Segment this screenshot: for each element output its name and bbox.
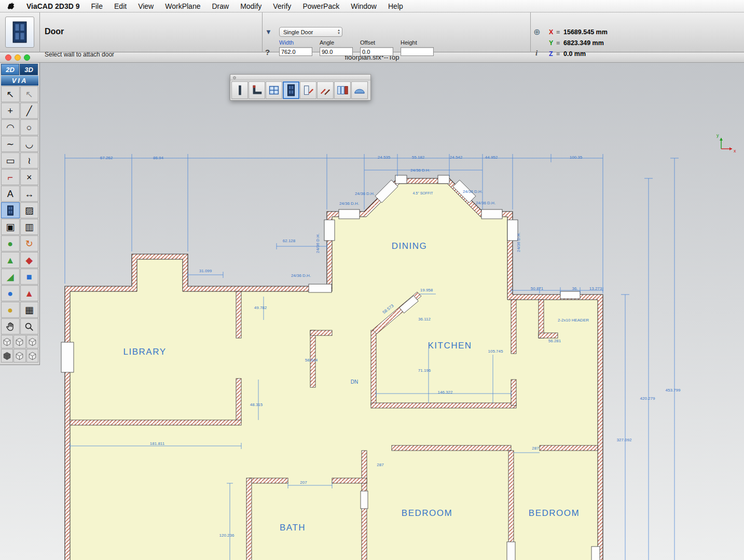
toolbar-grip[interactable] <box>230 75 370 80</box>
menu-verify[interactable]: Verify <box>273 2 291 10</box>
select-alt-tool-icon: ↖ <box>25 90 33 99</box>
menu-powerpack[interactable]: PowerPack <box>302 2 339 10</box>
trim-tool-icon: ⌐ <box>7 173 13 182</box>
panel-collapse-arrow[interactable]: ▼ <box>265 28 272 36</box>
iso-view-4[interactable] <box>1 349 13 362</box>
roof-tool[interactable] <box>351 81 368 99</box>
axis-indicator: y x <box>717 133 736 153</box>
wall-opening-tool[interactable] <box>300 81 316 99</box>
rectangle-tool[interactable]: ▭ <box>1 152 20 169</box>
axis-y-label: y <box>717 133 719 138</box>
pattern-grid-tool[interactable]: ▦ <box>20 302 39 318</box>
point-tool[interactable]: + <box>1 103 20 119</box>
angle-input[interactable] <box>320 47 353 56</box>
width-input[interactable] <box>279 47 312 56</box>
move-wall-tool[interactable] <box>317 81 334 99</box>
width-label: Width <box>279 39 312 46</box>
layout-tool[interactable]: ▥ <box>20 219 39 235</box>
menu-view[interactable]: View <box>138 2 154 10</box>
revolve-tool[interactable]: ↻ <box>20 235 39 251</box>
select-tool-icon: ↖ <box>6 90 14 99</box>
height-input[interactable] <box>401 47 434 56</box>
closed-spline-tool-icon: ◡ <box>25 139 33 149</box>
param-fields: Width Angle Offset Height <box>279 39 434 56</box>
mode-2d-button[interactable]: 2D <box>1 64 19 75</box>
door-tool[interactable] <box>1 202 20 218</box>
circle-tool-icon: ○ <box>26 123 32 132</box>
extrude-tool[interactable]: ◢ <box>1 269 20 285</box>
menu-bar: ViaCAD 2D3D 9 FileEditViewWorkPlaneDrawM… <box>0 0 744 12</box>
maximize-button[interactable] <box>24 54 30 61</box>
arc-tool[interactable]: ◠ <box>1 119 20 135</box>
active-tool-tile[interactable] <box>5 17 34 48</box>
coordinate-readout: X= 15689.545 mm Y= 6823.349 mm Z= 0.0 mm <box>549 27 608 59</box>
corner-wall-tool[interactable] <box>249 81 265 99</box>
tool-hint: Select wall to attach door <box>45 51 114 58</box>
app-name[interactable]: ViaCAD 2D3D 9 <box>26 2 79 10</box>
hatch-tool[interactable]: ▨ <box>20 202 39 218</box>
revolve-tool-icon: ↻ <box>25 239 33 248</box>
mode-3d-button[interactable]: 3D <box>20 64 38 75</box>
menu-file[interactable]: File <box>91 2 103 10</box>
select-arrows-icon: ▲▼ <box>337 29 340 35</box>
offset-input[interactable] <box>360 47 393 56</box>
polyline-tool[interactable]: ≀ <box>20 152 39 169</box>
select-tool[interactable]: ↖ <box>1 86 20 102</box>
symbol-tool[interactable]: ▣ <box>1 219 20 235</box>
help-button[interactable]: ? <box>265 48 270 57</box>
minimize-button[interactable] <box>15 54 21 61</box>
iso-view-5[interactable] <box>13 349 25 362</box>
pan-tool[interactable] <box>1 318 20 334</box>
window-array-tool[interactable] <box>334 81 351 99</box>
separator <box>39 12 40 52</box>
single-door-tool[interactable] <box>283 81 299 99</box>
circle-tool[interactable]: ○ <box>20 119 39 135</box>
window-tool[interactable] <box>266 81 282 99</box>
sweep-tool[interactable]: ● <box>1 285 20 301</box>
boolean-tool-icon: ◆ <box>25 256 33 265</box>
iso-view-2[interactable] <box>13 335 25 348</box>
toolbar-close-dot[interactable] <box>233 76 236 79</box>
delete-segment-tool[interactable]: × <box>20 169 39 185</box>
cone-tool-icon: ▲ <box>6 256 15 265</box>
blend-tool[interactable]: ● <box>1 302 20 318</box>
spline-tool[interactable]: ∼ <box>1 136 20 152</box>
close-button[interactable] <box>5 54 11 61</box>
info-icon[interactable]: i <box>535 49 538 58</box>
cone-tool[interactable]: ▲ <box>1 252 20 268</box>
floorplan-drawing[interactable]: y x <box>40 125 744 560</box>
iso-view-3[interactable] <box>26 335 38 348</box>
separator <box>262 12 263 52</box>
menu-help[interactable]: Help <box>388 2 403 10</box>
apple-icon[interactable] <box>7 2 15 10</box>
wall-tool[interactable] <box>231 81 248 99</box>
dimension-tool[interactable]: ↔ <box>20 186 39 202</box>
menu-edit[interactable]: Edit <box>114 2 127 10</box>
sphere-primitive-tool[interactable]: ● <box>1 235 20 251</box>
snap-target-icon[interactable]: ⊕ <box>533 27 540 37</box>
menu-window[interactable]: Window <box>351 2 377 10</box>
coord-z: Z= 0.0 mm <box>549 49 608 59</box>
boolean-tool[interactable]: ◆ <box>20 252 39 268</box>
drawing-canvas[interactable]: y x 67.26286.9424.53555.18224.54244.9521… <box>0 63 744 560</box>
text-tool[interactable]: A <box>1 186 20 202</box>
menu-workplane[interactable]: WorkPlane <box>165 2 200 10</box>
coord-x: X= 15689.545 mm <box>549 27 608 37</box>
spline-tool-icon: ∼ <box>6 139 14 149</box>
pyramid-tool[interactable]: ▲ <box>20 285 39 301</box>
select-alt-tool[interactable]: ↖ <box>20 86 39 102</box>
door-type-select[interactable]: Single Door ▲▼ <box>279 27 342 37</box>
delete-segment-tool-icon: × <box>26 173 32 182</box>
iso-view-6[interactable] <box>26 349 38 362</box>
cube-tool[interactable]: ■ <box>20 269 39 285</box>
sphere-primitive-tool-icon: ● <box>7 239 13 248</box>
line-tool[interactable]: ╱ <box>20 103 39 119</box>
rectangle-tool-icon: ▭ <box>6 156 15 165</box>
closed-spline-tool[interactable]: ◡ <box>20 136 39 152</box>
zoom-tool[interactable] <box>20 318 39 334</box>
menu-modify[interactable]: Modify <box>240 2 261 10</box>
hatch-tool-icon: ▨ <box>25 206 34 215</box>
trim-tool[interactable]: ⌐ <box>1 169 20 185</box>
iso-view-1[interactable] <box>1 335 13 348</box>
menu-draw[interactable]: Draw <box>212 2 229 10</box>
